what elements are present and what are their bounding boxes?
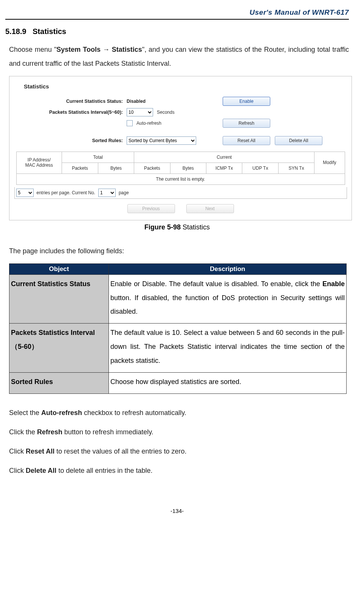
note: Click Delete All to delete all entries i… (5, 464, 349, 478)
note: Select the Auto-refresh checkbox to refr… (5, 406, 349, 420)
intro-bold2: Statistics (112, 46, 142, 53)
note-bold: Reset All (26, 448, 54, 455)
section-number: 5.18.9 (5, 27, 26, 36)
intro-bold1: System Tools (56, 46, 103, 53)
router-title: Statistics (12, 83, 349, 90)
pager-page-label: page (119, 190, 129, 195)
stats-table: IP Address/ MAC Address Total Current Mo… (16, 152, 345, 185)
label-sorted-rules: Sorted Rules: (12, 138, 127, 143)
delete-all-button[interactable]: Delete All (275, 136, 322, 145)
intro-pre: Choose menu " (9, 46, 56, 53)
section-title: Statistics (33, 27, 66, 36)
desc-pre: Choose how displayed statistics are sort… (110, 378, 241, 386)
header-title: User's Manual of WNRT-617 (5, 8, 349, 17)
col-cur-bytes: Bytes (170, 163, 206, 173)
enable-button[interactable]: Enable (223, 97, 270, 106)
sort-select[interactable]: Sorted by Current Bytes (127, 136, 196, 145)
desc-row: Packets Statistics Interval（5-60） The de… (9, 324, 347, 373)
desc-head-description: Description (109, 263, 347, 274)
desc-bold: Enable (322, 280, 345, 288)
reset-all-button[interactable]: Reset All (223, 136, 270, 145)
desc-obj: Sorted Rules (9, 373, 109, 394)
note: Click the Refresh button to refresh imme… (5, 425, 349, 439)
label-current-status: Current Statistics Status: (12, 99, 127, 104)
includes-line: The page includes the following fields: (5, 244, 349, 258)
col-ip-mac: IP Address/ MAC Address (16, 152, 62, 173)
note-pre: Click (9, 448, 26, 455)
col-total-packets: Packets (62, 163, 98, 173)
pager-controls: 5 entries per page. Current No. 1 page (14, 187, 347, 199)
label-seconds: Seconds (157, 110, 175, 115)
col-syn: SYN Tx (278, 163, 314, 173)
note-post: to reset the values of all the entries t… (54, 448, 186, 455)
note-post: button to refresh immediately. (62, 428, 153, 436)
desc-pre: The default value is 10. Select a value … (110, 329, 345, 364)
col-icmp: ICMP Tx (206, 163, 242, 173)
note-bold: Auto-refresh (41, 409, 82, 417)
next-button[interactable]: Next (186, 204, 234, 213)
desc-text: Enable or Disable. The default value is … (109, 274, 347, 324)
desc-text: Choose how displayed statistics are sort… (109, 373, 347, 394)
label-interval: Packets Statistics Interval(5~60): (12, 110, 127, 115)
col-udp: UDP Tx (242, 163, 278, 173)
note-pre: Click the (9, 428, 37, 436)
col-total: Total (62, 152, 134, 163)
note: Click Reset All to reset the values of a… (5, 444, 349, 458)
intro-arrow: → (103, 46, 112, 53)
pager-entries-label: entries per page. Current No. (37, 190, 95, 195)
header-divider (5, 19, 349, 20)
previous-button[interactable]: Previous (127, 204, 175, 213)
refresh-button[interactable]: Refresh (223, 119, 270, 128)
page-number: -134- (5, 508, 349, 522)
label-auto-refresh: Auto-refresh (136, 121, 161, 126)
figure-caption: Figure 5-98 Statistics (5, 223, 349, 231)
note-pre: Click (9, 467, 26, 474)
value-status: Disabled (127, 99, 146, 104)
desc-obj: Current Statistics Status (9, 274, 109, 324)
page-number-select[interactable]: 1 (98, 189, 116, 197)
desc-head-object: Object (9, 263, 109, 274)
screenshot-panel: Statistics Current Statistics Status: Di… (9, 76, 352, 220)
desc-pre: Enable or Disable. The default value is … (110, 280, 322, 288)
note-pre: Select the (9, 409, 41, 417)
note-post: to delete all entries in the table. (56, 467, 152, 474)
col-total-bytes: Bytes (98, 163, 134, 173)
col-current: Current (134, 152, 314, 163)
interval-select[interactable]: 10 (127, 108, 153, 116)
desc-text: The default value is 10. Select a value … (109, 324, 347, 373)
figure-title: Statistics (181, 223, 210, 231)
description-table: Object Description Current Statistics St… (9, 263, 347, 394)
auto-refresh-checkbox[interactable] (127, 120, 133, 126)
desc-post: button. If disabled, the function of DoS… (110, 294, 345, 316)
desc-obj: Packets Statistics Interval（5-60） (9, 324, 109, 373)
col-cur-packets: Packets (134, 163, 170, 173)
empty-row: The current list is empty. (16, 173, 345, 184)
entries-per-page-select[interactable]: 5 (16, 189, 34, 197)
note-post: checkbox to refresh automatically. (82, 409, 186, 417)
section-heading: 5.18.9 Statistics (5, 27, 349, 36)
desc-row: Current Statistics Status Enable or Disa… (9, 274, 347, 324)
figure-number: Figure 5-98 (144, 223, 181, 231)
note-bold: Delete All (26, 467, 56, 474)
intro-paragraph: Choose menu "System Tools → Statistics",… (5, 43, 349, 71)
note-bold: Refresh (37, 428, 62, 436)
col-modify: Modify (314, 152, 345, 173)
desc-row: Sorted Rules Choose how displayed statis… (9, 373, 347, 394)
